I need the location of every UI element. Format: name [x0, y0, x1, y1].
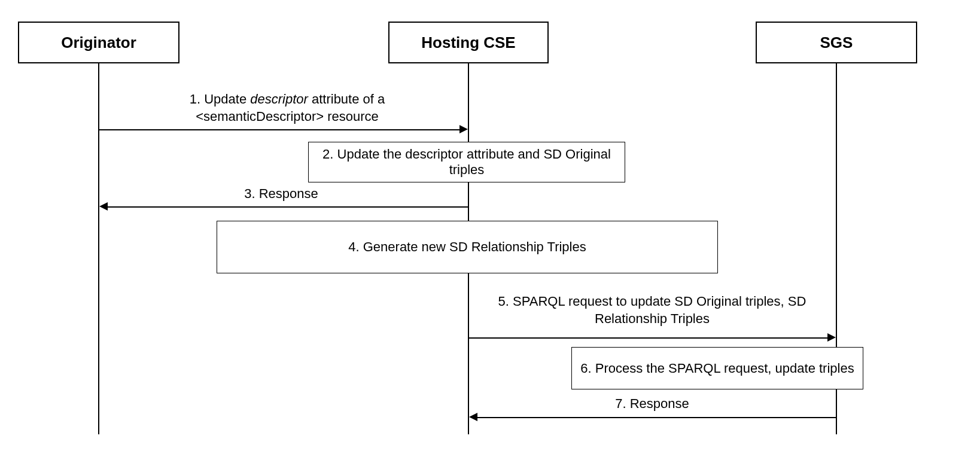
- arrow-3-head: [99, 202, 108, 211]
- step-2-box: 2. Update the descriptor attribute and S…: [308, 142, 625, 182]
- message-1-label: 1. Update descriptor attribute of a <sem…: [156, 91, 419, 125]
- step-4-label: 4. Generate new SD Relationship Triples: [348, 239, 586, 255]
- message-1-pre: 1. Update: [190, 92, 251, 106]
- step-4-box: 4. Generate new SD Relationship Triples: [217, 221, 718, 273]
- message-7-text: 7. Response: [615, 396, 689, 411]
- message-5-label: 5. SPARQL request to update SD Original …: [479, 293, 826, 327]
- message-3-label: 3. Response: [233, 185, 329, 203]
- arrow-1-head: [459, 125, 468, 133]
- message-3-text: 3. Response: [244, 186, 318, 201]
- step-6-box: 6. Process the SPARQL request, update tr…: [571, 347, 863, 389]
- arrow-3: [108, 206, 468, 208]
- message-7-label: 7. Response: [598, 395, 706, 413]
- step-6-label: 6. Process the SPARQL request, update tr…: [580, 361, 854, 376]
- lifeline-originator: [98, 63, 99, 434]
- arrow-7-head: [469, 413, 477, 421]
- participant-originator-label: Originator: [61, 34, 136, 52]
- message-5-text: 5. SPARQL request to update SD Original …: [498, 294, 806, 326]
- message-1-italic: descriptor: [250, 92, 308, 106]
- participant-hosting-cse-label: Hosting CSE: [421, 34, 515, 52]
- participant-sgs-label: SGS: [820, 34, 853, 52]
- participant-sgs: SGS: [756, 22, 917, 63]
- participant-hosting-cse: Hosting CSE: [388, 22, 549, 63]
- step-2-label: 2. Update the descriptor attribute and S…: [316, 147, 617, 178]
- arrow-5: [469, 337, 829, 339]
- arrow-5-head: [827, 333, 836, 342]
- participant-originator: Originator: [18, 22, 179, 63]
- message-1-post: attribute of a: [308, 92, 385, 106]
- arrow-1: [99, 129, 461, 130]
- arrow-7: [477, 417, 836, 418]
- message-1-line2: <semanticDescriptor> resource: [196, 109, 379, 124]
